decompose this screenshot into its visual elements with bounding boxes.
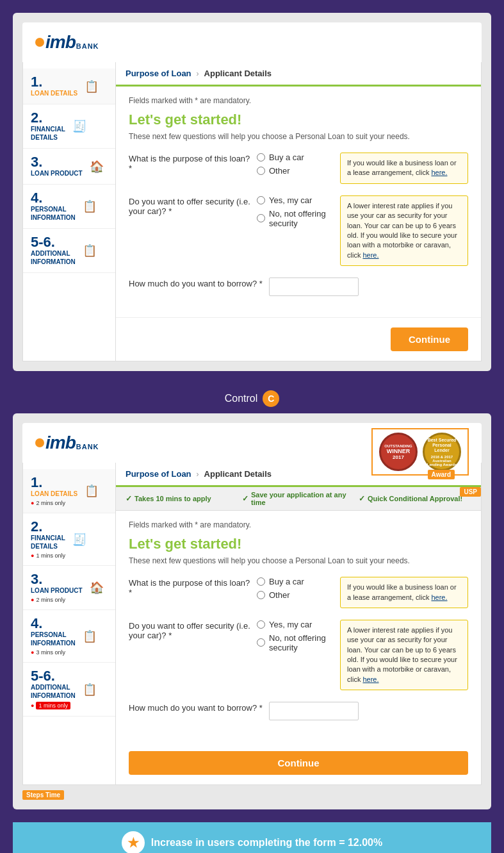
radio-yes-car-control[interactable] [257, 196, 265, 204]
time-56v: 1 mins only [36, 702, 70, 709]
step-icon-4v: 📋 [81, 627, 99, 645]
radio-no-security-variation[interactable] [257, 638, 265, 647]
award-red-winner: WINNER [387, 448, 411, 454]
borrow-input-variation[interactable] [269, 702, 359, 720]
tooltip2-link-variation[interactable]: here. [362, 675, 378, 683]
award-red-year: 2017 [393, 454, 404, 460]
step-label-4v: PERSONALINFORMATION [31, 631, 76, 647]
usp-tag: USP [460, 487, 481, 497]
question1-label-control: What is the purpose of this loan? * [129, 153, 250, 173]
question3-row-control: How much do you want to borrow? * [129, 277, 468, 296]
control-section: imb BANK 1. LOAN DETAILS 📋 2. FINANCIALD… [13, 13, 491, 371]
step-icon-56v: 📋 [81, 681, 99, 699]
usp-text-3: Quick Conditional Approval! [368, 495, 462, 502]
sidebar-item-1-control[interactable]: 1. LOAN DETAILS 📋 [23, 69, 115, 104]
tooltip1-link-variation[interactable]: here. [431, 593, 447, 601]
usp-check-1: ✓ [126, 494, 132, 503]
option-buy-car-variation[interactable]: Buy a car [257, 577, 334, 586]
award-gold-title: Best Secured Personal Lender [425, 438, 459, 454]
logo-dot-v [35, 438, 44, 447]
form-area-variation: Purpose of Loan › Applicant Details ✓ Ta… [116, 463, 481, 784]
form-heading-variation: Let's get started! [129, 536, 468, 552]
radio-no-security-control[interactable] [257, 214, 265, 222]
step-icon-4c: 📋 [81, 197, 99, 215]
question3-label-control: How much do you want to borrow? * [129, 277, 263, 288]
usp-bar: ✓ Takes 10 mins to apply ✓ Save your app… [116, 487, 481, 511]
sidebar-item-4-control[interactable]: 4. PERSONALINFORMATION 📋 [23, 185, 115, 229]
sidebar-item-2-control[interactable]: 2. FINANCIALDETAILS 🧾 [23, 104, 115, 149]
usp-item-2: ✓ Save your application at any time [242, 491, 355, 506]
tooltip2-text-variation: A lower interest rate applies if you use… [347, 626, 457, 683]
step-label-56c: ADDITIONALINFORMATION [31, 249, 76, 266]
breadcrumb-step1-variation: Purpose of Loan [126, 469, 191, 479]
tooltip1-variation: If you would like a business loan or a l… [340, 577, 468, 608]
sidebar-item-3-control[interactable]: 3. LOAN PRODUCT 🏠 [23, 149, 115, 185]
form-actions-variation: Continue [116, 741, 481, 784]
award-gold-years: 2016 & 2017 Australian Lending Awards [425, 455, 459, 467]
sidebar-item-1-variation[interactable]: 1. LOAN DETAILS ● 2 mins only 📋 [23, 469, 115, 513]
question2-label-variation: Do you want to offer security (i.e. your… [129, 620, 250, 640]
step-num-1c: 1. [31, 75, 77, 89]
control-label: Control C [13, 384, 491, 413]
form-subheading-control: These next few questions will help you c… [129, 132, 468, 141]
step-num-1v: 1. [31, 476, 77, 490]
option-buy-car-label-variation: Buy a car [269, 577, 304, 586]
step-num-2c: 2. [31, 111, 65, 125]
mandatory-note-control: Fields marked with * are mandatory. [129, 96, 468, 105]
option-other-control[interactable]: Other [257, 166, 334, 176]
option-other-variation[interactable]: Other [257, 590, 334, 600]
radio-buy-car-variation[interactable] [257, 577, 265, 586]
step-num-3v: 3. [31, 572, 83, 586]
form-area-control: Purpose of Loan › Applicant Details Fiel… [116, 62, 481, 361]
time-4v: 3 mins only [36, 649, 65, 656]
step-label-3c: LOAN PRODUCT [31, 169, 83, 178]
option-no-security-variation[interactable]: No, not offering security [257, 633, 334, 652]
tooltip1-link-control[interactable]: here. [431, 169, 447, 176]
sidebar-item-56-control[interactable]: 5-6. ADDITIONALINFORMATION 📋 [23, 229, 115, 273]
form-actions-control: Continue [116, 317, 481, 361]
question2-row-variation: Do you want to offer security (i.e. your… [129, 620, 468, 690]
time-row-56v: ● 1 mins only [31, 702, 76, 709]
step-icon-3v: 🏠 [88, 579, 106, 597]
bank-header-control: imb BANK [22, 22, 482, 62]
continue-button-control[interactable]: Continue [391, 327, 468, 351]
step-label-1v: LOAN DETAILS [31, 490, 77, 498]
logo-variation: imb BANK [35, 433, 99, 453]
radio-other-variation[interactable] [257, 591, 265, 599]
sidebar-item-3-variation[interactable]: 3. LOAN PRODUCT ● 2 mins only 🏠 [23, 566, 115, 610]
step-num-3c: 3. [31, 155, 83, 169]
continue-button-variation[interactable]: Continue [129, 751, 468, 775]
radio-other-control[interactable] [257, 167, 265, 175]
option-no-security-control[interactable]: No, not offering security [257, 209, 334, 228]
dot-4v: ● [31, 649, 34, 656]
step-num-2v: 2. [31, 520, 65, 534]
step-icon-56c: 📋 [81, 242, 99, 260]
radio-yes-car-variation[interactable] [257, 620, 265, 629]
main-content-control: 1. LOAN DETAILS 📋 2. FINANCIALDETAILS 🧾 … [22, 62, 482, 361]
borrow-input-control[interactable] [269, 277, 359, 296]
option-yes-car-control[interactable]: Yes, my car [257, 195, 334, 205]
time-2v: 1 mins only [36, 552, 65, 559]
form-body-control: Fields marked with * are mandatory. Let'… [116, 87, 481, 317]
option-no-security-label-control: No, not offering security [269, 209, 334, 228]
question3-row-variation: How much do you want to borrow? * [129, 702, 468, 720]
question1-options-control: Buy a car Other [257, 153, 334, 176]
option-buy-car-control[interactable]: Buy a car [257, 153, 334, 162]
option-yes-car-variation[interactable]: Yes, my car [257, 620, 334, 629]
tooltip2-link-control[interactable]: here. [362, 251, 378, 259]
step-icon-3c: 🏠 [88, 158, 106, 176]
step-icon-1c: 📋 [83, 78, 101, 95]
sidebar-item-56-variation[interactable]: 5-6. ADDITIONALINFORMATION ● 1 mins only… [23, 663, 115, 716]
sidebar-item-4-variation[interactable]: 4. PERSONALINFORMATION ● 3 mins only 📋 [23, 610, 115, 663]
step-label-3v: LOAN PRODUCT [31, 586, 83, 595]
tooltip2-control: A lower interest rate applies if you use… [340, 195, 468, 266]
radio-buy-car-control[interactable] [257, 153, 265, 161]
award-badge-red: OUTSTANDING WINNER 2017 [379, 433, 418, 471]
breadcrumb-control: Purpose of Loan › Applicant Details [116, 62, 481, 87]
question1-label-variation: What is the purpose of this loan? * [129, 577, 250, 597]
star-symbol: ★ [127, 835, 139, 850]
sidebar-item-2-variation[interactable]: 2. FINANCIALDETAILS ● 1 mins only 🧾 [23, 513, 115, 566]
dot-2v: ● [31, 552, 34, 559]
dot-3v: ● [31, 597, 34, 603]
logo-bank-text-v: BANK [76, 443, 99, 451]
